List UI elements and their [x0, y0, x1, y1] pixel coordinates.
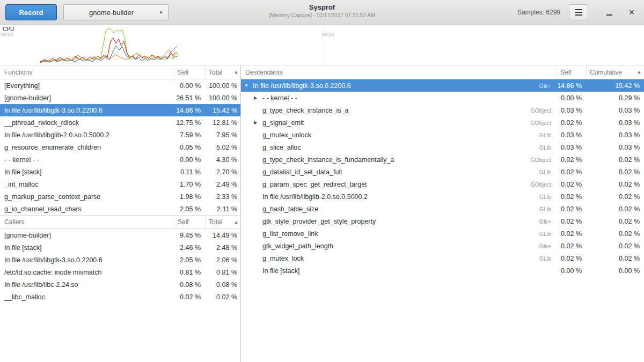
minimize-button[interactable]: [602, 5, 616, 19]
callers-table-header: Callers Self Total ▲: [0, 215, 240, 229]
samples-count: Samples: 6299: [517, 9, 560, 16]
table-row[interactable]: - - kernel - -0.00 %4.30 %: [0, 153, 240, 166]
hamburger-icon: [575, 12, 582, 13]
tree-row[interactable]: g_mutex_unlockGLib0.03 %0.03 %: [241, 129, 644, 141]
functions-table-header: Functions Self Total ▲: [0, 65, 240, 79]
expander-closed-icon[interactable]: ▶: [254, 120, 262, 125]
column-header-callers[interactable]: Callers: [0, 216, 174, 228]
table-row[interactable]: /etc/ld.so.cache: inode mismatch0.81 %0.…: [0, 266, 240, 278]
module-badge: GLib: [534, 169, 557, 175]
table-row-selected[interactable]: In file /usr/lib/libgtk-3.so.0.2200.614.…: [0, 104, 240, 116]
column-header-total[interactable]: Total ▲: [205, 216, 240, 228]
table-row[interactable]: g_resource_enumerate_children0.05 %5.02 …: [0, 141, 240, 153]
sort-indicator-icon: ▲: [234, 70, 238, 75]
tree-row[interactable]: g_type_check_instance_is_fundamentally_a…: [241, 153, 644, 166]
tree-row[interactable]: g_param_spec_get_redirect_targetGObject0…: [241, 178, 644, 190]
descendants-table-header: Descendants Self Cumulative ▲: [241, 65, 644, 79]
module-badge: GObject: [525, 181, 557, 188]
column-header-cumulative[interactable]: Cumulative ▲: [586, 65, 644, 79]
module-badge: GLib: [534, 194, 557, 200]
record-button[interactable]: Record: [5, 4, 57, 20]
close-button[interactable]: ×: [625, 5, 639, 19]
table-row[interactable]: In file /usr/lib/libc-2.24.so0.08 %0.08 …: [0, 278, 240, 291]
sort-indicator-icon: ▲: [234, 220, 238, 225]
column-header-functions[interactable]: Functions: [0, 65, 174, 79]
table-row[interactable]: [gnome-builder]9.45 %14.49 %: [0, 229, 240, 241]
tree-row[interactable]: g_type_check_instance_is_aGObject0.03 %0…: [241, 104, 644, 116]
close-icon: ×: [629, 8, 635, 17]
cpu-graph[interactable]: CPU 00:00 00:30: [0, 25, 644, 65]
module-badge: GLib: [534, 255, 557, 262]
tree-row[interactable]: g_hash_table_sizeGLib0.02 %0.02 %: [241, 203, 644, 215]
table-row[interactable]: __libc_malloc0.02 %0.02 %: [0, 291, 240, 303]
column-header-descendants[interactable]: Descendants: [241, 65, 557, 79]
module-badge: Gtk+: [534, 83, 557, 89]
target-selector-dropdown[interactable]: gnome-builder ▼: [63, 4, 169, 20]
column-header-total[interactable]: Total ▲: [205, 65, 240, 79]
table-row[interactable]: In file [stack]0.11 %2.70 %: [0, 166, 240, 178]
tree-row[interactable]: gtk_widget_path_lengthGtk+0.02 %0.02 %: [241, 240, 644, 252]
tree-row[interactable]: gtk_style_provider_get_style_propertyGtk…: [241, 215, 644, 227]
time-tick-mid: 00:30: [322, 32, 334, 37]
table-row[interactable]: _int_malloc1.70 %2.49 %: [0, 178, 240, 190]
table-row[interactable]: [gnome-builder]26.51 %100.00 %: [0, 92, 240, 104]
expander-closed-icon[interactable]: ▶: [254, 95, 262, 100]
main-panes: Functions Self Total ▲ [Everything]0.00 …: [0, 65, 644, 362]
table-row[interactable]: g_io_channel_read_chars2.05 %2.11 %: [0, 203, 240, 215]
descendants-pane: Descendants Self Cumulative ▲ ▼In file /…: [240, 65, 644, 362]
table-row[interactable]: In file /usr/lib/libgtk-3.so.0.2200.62.0…: [0, 254, 240, 266]
tree-row[interactable]: ▶- - kernel - -0.00 %0.29 %: [241, 92, 644, 104]
table-row[interactable]: [Everything]0.00 %100.00 %: [0, 79, 240, 92]
column-header-self[interactable]: Self: [174, 216, 205, 228]
table-row[interactable]: In file [stack]2.46 %2.48 %: [0, 241, 240, 254]
module-badge: GObject: [525, 120, 557, 126]
tree-row[interactable]: ▶g_signal_emitGObject0.02 %0.03 %: [241, 116, 644, 129]
callers-table: [gnome-builder]9.45 %14.49 % In file [st…: [0, 229, 240, 303]
module-badge: GLib: [534, 132, 557, 138]
tree-row[interactable]: g_list_remove_linkGLib0.02 %0.02 %: [241, 227, 644, 240]
column-header-self[interactable]: Self: [557, 65, 586, 79]
left-pane: Functions Self Total ▲ [Everything]0.00 …: [0, 65, 240, 362]
module-badge: Gtk+: [534, 243, 557, 249]
module-badge: GLib: [534, 231, 557, 237]
header-bar: Record gnome-builder ▼ Sysprof [Memory C…: [0, 0, 644, 25]
module-badge: GObject: [525, 157, 557, 163]
module-badge: GLib: [534, 206, 557, 212]
minimize-icon: [606, 14, 612, 16]
tree-row[interactable]: In file /usr/lib/libglib-2.0.so.0.5000.2…: [241, 190, 644, 203]
module-badge: GLib: [534, 144, 557, 151]
column-header-self[interactable]: Self: [174, 65, 205, 79]
tree-row[interactable]: g_mutex_lockGLib0.02 %0.02 %: [241, 252, 644, 264]
descendants-table: ▼In file /usr/lib/libgtk-3.so.0.2200.6Gt…: [241, 79, 644, 277]
module-badge: GObject: [525, 107, 557, 114]
tree-row[interactable]: In file [stack]0.00 %0.00 %: [241, 264, 644, 277]
table-row[interactable]: In file /usr/lib/libglib-2.0.so.0.5000.2…: [0, 129, 240, 141]
chevron-down-icon: ▼: [159, 10, 168, 15]
cpu-line-green: [40, 28, 178, 62]
expander-open-icon[interactable]: ▼: [244, 83, 253, 88]
time-tick-start: 00:00: [1, 32, 13, 37]
functions-table: [Everything]0.00 %100.00 % [gnome-builde…: [0, 79, 240, 215]
tree-row[interactable]: g_slice_allocGLib0.03 %0.03 %: [241, 141, 644, 153]
sysprof-window: Record gnome-builder ▼ Sysprof [Memory C…: [0, 0, 644, 362]
target-selector-value: gnome-builder: [64, 9, 159, 17]
table-row[interactable]: __pthread_rwlock_rdlock12.75 %12.81 %: [0, 116, 240, 129]
tree-row-selected[interactable]: ▼In file /usr/lib/libgtk-3.so.0.2200.6Gt…: [241, 79, 644, 92]
cpu-line-blue: [40, 46, 177, 63]
table-row[interactable]: g_markup_parse_context_parse1.98 %2.33 %: [0, 190, 240, 203]
sort-indicator-icon: ▲: [637, 70, 641, 75]
header-right-group: Samples: 6299 ×: [517, 4, 639, 20]
menu-button[interactable]: [569, 4, 588, 20]
tree-row[interactable]: g_datalist_id_set_data_fullGLib0.02 %0.0…: [241, 166, 644, 178]
module-badge: Gtk+: [534, 218, 557, 225]
